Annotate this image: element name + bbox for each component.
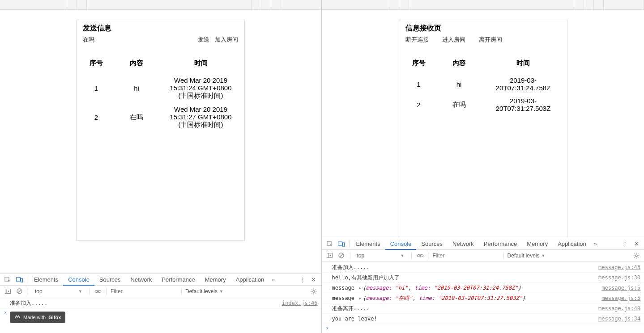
- filter-input[interactable]: [433, 252, 500, 260]
- levels-select[interactable]: Default levels ▼: [185, 288, 223, 295]
- levels-select[interactable]: Default levels ▼: [508, 253, 546, 259]
- close-icon[interactable]: ✕: [631, 238, 642, 250]
- svg-line-16: [315, 289, 316, 290]
- svg-rect-19: [343, 243, 345, 246]
- enter-room-button[interactable]: 进入房间: [442, 36, 465, 44]
- join-room-button[interactable]: 加入房间: [215, 36, 238, 44]
- header-content: 内容: [110, 56, 163, 74]
- svg-point-24: [419, 255, 421, 257]
- console-output-right: 准备加入.....message.js:43hello,有其他新用户加入了mes…: [322, 261, 644, 333]
- device-mode-icon[interactable]: [13, 274, 25, 286]
- controls-left: 在吗 发送 加入房间: [83, 36, 238, 44]
- svg-line-13: [311, 289, 312, 290]
- inspect-icon[interactable]: [2, 274, 13, 286]
- console-msg: 准备加入.....: [332, 263, 599, 271]
- tab-network[interactable]: Network: [126, 274, 157, 286]
- tab-elements[interactable]: Elements: [29, 274, 63, 286]
- gear-icon[interactable]: [631, 251, 641, 261]
- cell-time: 2019-03-20T07:31:27.503Z: [486, 94, 561, 115]
- cell-content: 在吗: [432, 94, 486, 115]
- cell-index: 2: [83, 103, 110, 132]
- tab-application[interactable]: Application: [553, 238, 591, 250]
- console-msg: message ▸{message: "在吗", time: "2019-03-…: [332, 294, 602, 302]
- console-source[interactable]: message.js:30: [598, 274, 640, 282]
- message-input[interactable]: 在吗: [83, 36, 128, 44]
- svg-line-33: [638, 253, 638, 254]
- sidebar-toggle-icon[interactable]: [325, 251, 335, 261]
- cell-content: hi: [432, 74, 486, 94]
- cell-content: 在吗: [110, 103, 163, 132]
- tab-sources[interactable]: Sources: [94, 274, 126, 286]
- gear-icon[interactable]: [309, 287, 319, 296]
- leave-room-button[interactable]: 离开房间: [479, 36, 502, 44]
- svg-line-23: [340, 254, 343, 257]
- context-select[interactable]: top ▼: [354, 251, 408, 260]
- send-button[interactable]: 发送: [198, 36, 209, 44]
- context-select[interactable]: top ▼: [32, 287, 85, 296]
- card-title-left: 发送信息: [83, 24, 238, 33]
- disconnect-button[interactable]: 断开连接: [405, 36, 429, 44]
- close-icon[interactable]: ✕: [308, 274, 320, 286]
- console-prompt[interactable]: ›: [322, 324, 644, 332]
- svg-point-25: [635, 254, 637, 256]
- devtools-menu-icon[interactable]: ⋮: [619, 240, 631, 247]
- console-source[interactable]: message.js:5: [601, 284, 640, 292]
- header-index: 序号: [83, 56, 110, 74]
- console-line: 准备离开.....message.js:48: [322, 303, 644, 314]
- chevron-down-icon: ▼: [78, 289, 82, 294]
- send-message-card: 发送信息 在吗 发送 加入房间 序号 内容 时间 1: [76, 20, 245, 241]
- console-source[interactable]: message.js:5: [601, 294, 640, 302]
- tab-network[interactable]: Network: [448, 238, 479, 250]
- pane-left: 发送信息 在吗 发送 加入房间 序号 内容 时间 1: [0, 0, 322, 333]
- content-area-right: 信息接收页 断开连接 进入房间 离开房间 序号 内容 时间 1 h: [322, 10, 644, 238]
- table-row: 1 hi Wed Mar 20 2019 15:31:24 GMT+0800 (…: [83, 74, 238, 103]
- console-source[interactable]: index.js:46: [282, 299, 317, 307]
- tabs-overflow-icon[interactable]: »: [269, 276, 277, 283]
- cell-index: 1: [83, 74, 110, 103]
- console-toolbar: top ▼ Default levels ▼: [0, 286, 321, 297]
- table-row: 1 hi 2019-03-20T07:31:24.758Z: [405, 74, 561, 94]
- chevron-down-icon: ▼: [542, 253, 546, 258]
- eye-icon[interactable]: [93, 287, 103, 296]
- filter-input[interactable]: [111, 287, 178, 295]
- devtools-menu-icon[interactable]: ⋮: [297, 276, 308, 283]
- card-title-right: 信息接收页: [405, 24, 561, 33]
- svg-line-32: [635, 257, 635, 257]
- tab-memory[interactable]: Memory: [522, 238, 553, 250]
- chevron-down-icon: ▼: [219, 289, 223, 294]
- devtools-left: Elements Console Sources Network Perform…: [0, 274, 321, 333]
- tab-console[interactable]: Console: [385, 238, 417, 250]
- sent-messages-table: 序号 内容 时间 1 hi Wed Mar 20 2019 15:31:24 G…: [83, 56, 238, 132]
- tabs-overflow-icon[interactable]: »: [591, 240, 600, 247]
- device-mode-icon[interactable]: [336, 238, 347, 250]
- tab-memory[interactable]: Memory: [200, 274, 231, 286]
- console-source[interactable]: message.js:34: [598, 315, 640, 323]
- console-source[interactable]: message.js:43: [598, 263, 640, 271]
- header-index: 序号: [405, 56, 432, 74]
- receive-message-card: 信息接收页 断开连接 进入房间 离开房间 序号 内容 时间 1 h: [399, 20, 567, 238]
- svg-line-31: [638, 257, 638, 257]
- controls-right: 断开连接 进入房间 离开房间: [405, 36, 561, 44]
- cell-index: 1: [405, 74, 432, 94]
- cell-time: Wed Mar 20 2019 15:31:27 GMT+0800 (中国标准时…: [163, 103, 238, 132]
- tab-application[interactable]: Application: [231, 274, 269, 286]
- tab-performance[interactable]: Performance: [157, 274, 200, 286]
- svg-point-8: [312, 290, 314, 292]
- svg-rect-1: [16, 278, 20, 281]
- tab-console[interactable]: Console: [63, 274, 94, 286]
- inspect-icon[interactable]: [324, 238, 336, 250]
- sidebar-toggle-icon[interactable]: [3, 287, 13, 296]
- eye-icon[interactable]: [415, 251, 425, 261]
- svg-point-7: [97, 291, 99, 292]
- tab-elements[interactable]: Elements: [351, 238, 385, 250]
- cell-time: 2019-03-20T07:31:24.758Z: [486, 74, 561, 94]
- clear-console-icon[interactable]: [337, 251, 346, 261]
- console-msg: 准备加入.....: [10, 299, 282, 307]
- clear-console-icon[interactable]: [14, 287, 24, 296]
- devtools-right: Elements Console Sources Network Perform…: [322, 238, 644, 333]
- tab-sources[interactable]: Sources: [416, 238, 448, 250]
- console-msg: 准备离开.....: [332, 304, 599, 312]
- levels-value: Default levels: [185, 288, 218, 295]
- tab-performance[interactable]: Performance: [479, 238, 522, 250]
- console-source[interactable]: message.js:48: [598, 304, 640, 312]
